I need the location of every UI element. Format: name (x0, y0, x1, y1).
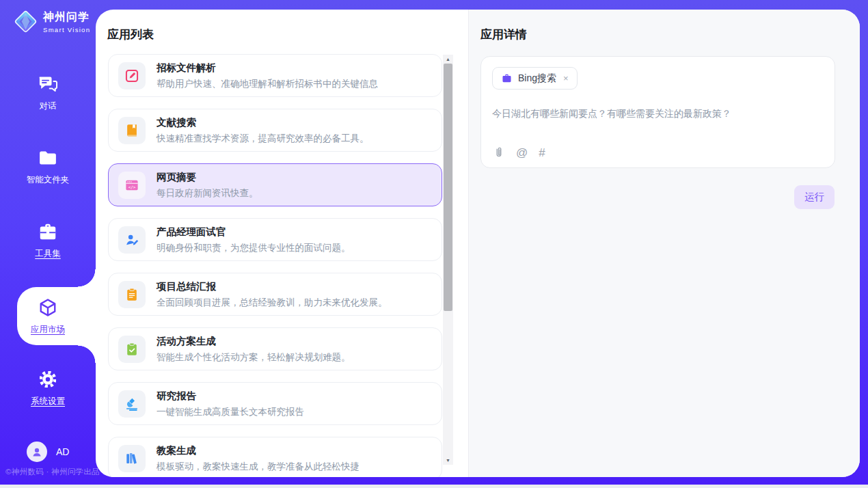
app-cards: 招标文件解析 帮助用户快速、准确地理解和解析招标书中的关键信息 文献搜索 快速精… (108, 54, 442, 477)
chevron-down-icon[interactable]: ▼ (443, 456, 453, 465)
app-card-title: 研究报告 (157, 390, 304, 403)
app-card-desc: 一键智能生成高质量长文本研究报告 (157, 406, 304, 418)
app-card-desc: 每日政府新闻资讯快查。 (157, 187, 258, 200)
at-icon[interactable]: @ (516, 147, 528, 159)
copyright: ©神州数码 · 神州问学出品 (5, 467, 100, 477)
brand: 神州问学 Smart Vision (12, 8, 90, 36)
main-content: 应用列表 招标文件解析 帮助用户快速、准确地理解和解析招标书中的关键信息 (96, 10, 860, 477)
sidebar-item-label: 工具集 (35, 248, 61, 260)
app-card[interactable]: 教案生成 模板驱动，教案快速生成，教学准备从此轻松快捷 (108, 437, 442, 477)
app-card-text: 网页摘要 每日政府新闻资讯快查。 (157, 171, 258, 200)
pencil-square-icon (118, 62, 146, 90)
app-card-text: 文献搜索 快速精准查找学术资源，提高研究效率的必备工具。 (157, 116, 369, 145)
diamond-logo-icon (12, 8, 40, 36)
paperclip-icon[interactable] (493, 146, 505, 159)
chat-icon (38, 74, 58, 94)
app-card[interactable]: 产品经理面试官 明确身份和职责，为您提供专业性的面试问题。 (108, 218, 442, 261)
app-card-desc: 帮助用户快速、准确地理解和解析招标书中的关键信息 (157, 78, 378, 90)
app-card-desc: 明确身份和职责，为您提供专业性的面试问题。 (157, 242, 351, 254)
user-icon (31, 446, 43, 458)
app-card-text: 产品经理面试官 明确身份和职责，为您提供专业性的面试问题。 (157, 226, 351, 254)
sidebar-item[interactable]: 工具集 (0, 213, 96, 268)
svg-text:</>: </> (128, 184, 136, 189)
app-card-title: 项目总结汇报 (157, 280, 388, 293)
app-card-desc: 智能生成个性化活动方案，轻松解决规划难题。 (157, 351, 351, 364)
app-card[interactable]: 活动方案生成 智能生成个性化活动方案，轻松解决规划难题。 (108, 327, 442, 370)
app-card[interactable]: 项目总结汇报 全面回顾项目进展，总结经验教训，助力未来优化发展。 (108, 273, 442, 316)
app-card-text: 研究报告 一键智能生成高质量长文本研究报告 (157, 390, 304, 418)
cube-icon (38, 297, 58, 318)
app-card[interactable]: 招标文件解析 帮助用户快速、准确地理解和解析招标书中的关键信息 (108, 54, 442, 97)
sidebar-item-label: 智能文件夹 (27, 174, 70, 186)
tool-tag-close-icon[interactable]: × (563, 73, 569, 83)
brand-tagline: Smart Vision (43, 26, 90, 33)
app-card[interactable]: 文献搜索 快速精准查找学术资源，提高研究效率的必备工具。 (108, 109, 442, 152)
interview-icon (118, 226, 146, 254)
briefcase-icon (501, 72, 513, 84)
sidebar-item[interactable]: 智能文件夹 (0, 139, 96, 194)
scrollbar-thumb[interactable] (444, 64, 452, 311)
app-card-text: 招标文件解析 帮助用户快速、准确地理解和解析招标书中的关键信息 (157, 62, 378, 90)
app-window: 神州问学 Smart Vision 对话 智能文件夹 (0, 0, 868, 488)
app-card-text: 活动方案生成 智能生成个性化活动方案，轻松解决规划难题。 (157, 335, 351, 364)
sidebar-item-label: 应用市场 (31, 324, 65, 336)
app-list-title: 应用列表 (107, 27, 154, 42)
hash-icon[interactable]: # (539, 147, 545, 159)
brand-name: 神州问学 (43, 10, 90, 25)
app-card-title: 产品经理面试官 (157, 226, 351, 239)
app-card-desc: 模板驱动，教案快速生成，教学准备从此轻松快捷 (157, 461, 360, 473)
tool-tag-label: Bing搜索 (518, 72, 556, 85)
sidebar-item[interactable]: 系统设置 (0, 361, 96, 416)
folder-icon (38, 148, 58, 168)
app-detail-title: 应用详情 (480, 27, 527, 42)
gear-icon (38, 369, 58, 390)
chevron-up-icon[interactable]: ▲ (443, 55, 453, 64)
sidebar-item[interactable]: 应用市场 (0, 287, 96, 345)
clipboard-icon (118, 281, 146, 308)
app-card[interactable]: 研究报告 一键智能生成高质量长文本研究报告 (108, 382, 442, 425)
app-card[interactable]: </> 网页摘要 每日政府新闻资讯快查。 (108, 163, 442, 206)
run-button[interactable]: 运行 (794, 185, 835, 209)
book-icon (118, 117, 146, 144)
app-card-title: 活动方案生成 (157, 335, 351, 348)
app-card-desc: 快速精准查找学术资源，提高研究效率的必备工具。 (157, 133, 369, 145)
app-detail-panel: 应用详情 Bing搜索 × 今日湖北有哪些新闻要点？有哪些需要关注的最新政策？ … (468, 10, 860, 477)
avatar (27, 442, 47, 462)
sidebar-item-label: 对话 (40, 100, 57, 112)
app-card-desc: 全面回顾项目进展，总结经验教训，助力未来优化发展。 (157, 297, 388, 309)
prompt-card: Bing搜索 × 今日湖北有哪些新闻要点？有哪些需要关注的最新政策？ @ # (480, 56, 835, 168)
app-card-title: 教案生成 (157, 444, 360, 457)
app-list-panel: 应用列表 招标文件解析 帮助用户快速、准确地理解和解析招标书中的关键信息 (96, 10, 468, 477)
tool-tag[interactable]: Bing搜索 × (492, 67, 578, 90)
microscope-icon (118, 390, 146, 418)
app-card-title: 文献搜索 (157, 116, 369, 129)
sidebar-nav: 对话 智能文件夹 工具集 应用市场 (0, 66, 96, 435)
app-card-text: 项目总结汇报 全面回顾项目进展，总结经验教训，助力未来优化发展。 (157, 280, 388, 309)
sidebar-item-label: 系统设置 (31, 396, 65, 407)
brand-text: 神州问学 Smart Vision (43, 10, 90, 33)
user-initials: AD (56, 446, 69, 457)
user-row[interactable]: AD (27, 442, 69, 462)
composer-toolbar: @ # (493, 146, 545, 159)
query-text[interactable]: 今日湖北有哪些新闻要点？有哪些需要关注的最新政策？ (492, 108, 824, 120)
app-card-title: 招标文件解析 (157, 62, 378, 74)
app-card-title: 网页摘要 (157, 171, 258, 184)
browser-icon: </> (118, 172, 146, 199)
list-scrollbar[interactable]: ▲ ▼ (443, 55, 453, 465)
books-icon (118, 445, 146, 472)
sidebar-item[interactable]: 对话 (0, 66, 96, 120)
sidebar: 神州问学 Smart Vision 对话 智能文件夹 (0, 0, 96, 485)
bottom-strip (0, 485, 868, 488)
app-card-text: 教案生成 模板驱动，教案快速生成，教学准备从此轻松快捷 (157, 444, 360, 473)
clipboard-check-icon (118, 336, 146, 363)
run-row: 运行 (794, 185, 835, 209)
toolbox-icon (38, 221, 58, 242)
